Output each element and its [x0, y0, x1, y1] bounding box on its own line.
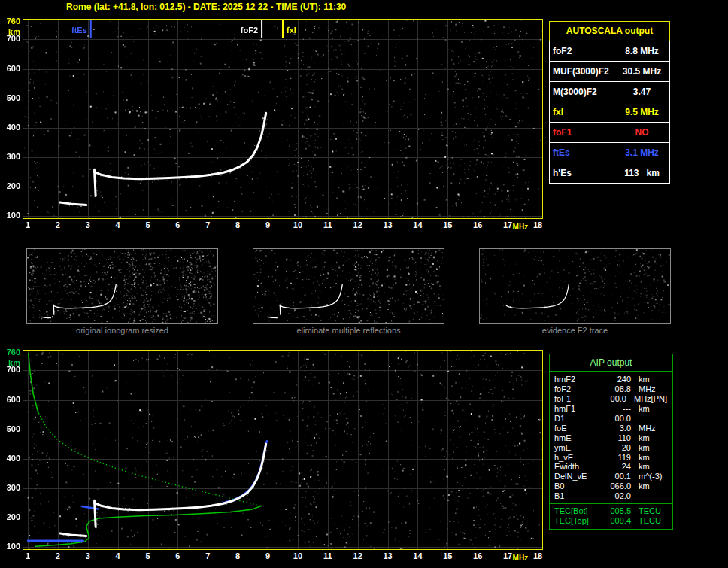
aip-row-note: [PN]	[651, 394, 669, 403]
aip-row-label: foF2	[554, 384, 599, 393]
aip-output-panel: AIP output hmF2240kmfoF208.8MHzfoF100.0M…	[549, 354, 673, 530]
x-axis-tick: 2	[47, 551, 68, 561]
aip-rows: hmF2240kmfoF208.8MHzfoF100.0MHz[PN]hmF1-…	[550, 372, 672, 529]
thumbnail-canvas-original	[27, 249, 217, 323]
aip-row-tec[bot]: TEC[Bot]005.5TECU	[554, 506, 669, 516]
fof2-marker-label: foF2	[241, 26, 258, 35]
x-axis-tick: 3	[77, 220, 99, 230]
x-axis-tick: 11	[317, 551, 338, 561]
x-axis-tick: 7	[197, 551, 218, 561]
aip-row-unit: TECU	[639, 506, 661, 515]
y-axis-tick: 300	[1, 483, 20, 493]
x-axis-tick: 6	[167, 551, 188, 561]
autoscala-row-label: MUF(3000)F2	[550, 62, 614, 81]
aip-row-value: ---	[599, 404, 631, 413]
aip-separator	[550, 503, 672, 504]
y-axis-tick: 760	[1, 348, 20, 357]
autoscala-row-value: 8.8 MHz	[614, 41, 669, 61]
x-axis-tick: 10	[287, 220, 308, 230]
aip-row-label: ymE	[554, 443, 599, 452]
autoscala-row-ftes: ftEs3.1 MHz	[549, 143, 670, 163]
thumbnail-original	[26, 248, 218, 324]
autoscala-row-muf(3000)f2: MUF(3000)F230.5 MHz	[549, 62, 670, 82]
autoscala-row-value: 113 km	[614, 163, 669, 183]
aip-row-label: B0	[554, 481, 599, 491]
autoscala-screen: Rome (lat: +41.8, lon: 012.5) - DATE: 20…	[0, 0, 728, 568]
x-axis-tick: 5	[138, 220, 159, 230]
x-axis-tick: 1	[17, 220, 38, 230]
autoscala-row-label: foF1	[550, 123, 614, 142]
fxi-marker-label: fxI	[287, 26, 296, 35]
x-axis-tick: 12	[347, 220, 369, 230]
x-axis-tick: 8	[227, 551, 248, 561]
aip-row-hme: hmE110km	[554, 433, 669, 442]
x-axis-tick: 14	[407, 220, 428, 230]
x-axis-tick: 14	[407, 551, 428, 561]
autoscala-row-m(3000)f2: M(3000)F23.47	[549, 82, 670, 102]
aip-row-unit: km	[639, 462, 650, 471]
thumbnail-caption-original: original ionogram resized	[26, 326, 218, 335]
aip-row-unit: km	[639, 443, 650, 452]
x-axis-tick: 16	[467, 220, 488, 230]
x-axis-tick: 9	[257, 220, 278, 230]
aip-row-hmf1: hmF1---km	[554, 404, 669, 414]
autoscala-row-label: h'Es	[550, 163, 614, 183]
x-axis-tick: 13	[378, 220, 399, 230]
aip-row-b0: B0066.0km	[554, 481, 669, 491]
autoscala-row-fxi: fxI9.5 MHz	[549, 102, 670, 123]
aip-panel-title: AIP output	[550, 354, 672, 372]
aip-row-label: D1	[554, 414, 599, 423]
x-axis-tick: 15	[437, 220, 458, 230]
ftes-marker-label: ftEs	[71, 26, 87, 35]
aip-row-value: 20	[599, 443, 631, 452]
y-axis-tick: 500	[1, 424, 20, 434]
aip-row-unit: km	[639, 433, 650, 442]
autoscala-row-value: 3.1 MHz	[614, 143, 669, 163]
x-axis-tick: 9	[257, 551, 278, 561]
autoscala-row-value: NO	[614, 123, 669, 142]
thumbnail-caption-f2trace: evidence F2 trace	[479, 326, 671, 335]
aip-row-label: hmF1	[554, 404, 599, 413]
aip-row-label: TEC[Bot]	[554, 506, 599, 515]
y-axis-tick: 400	[1, 454, 20, 463]
ionogram-plot-bottom	[23, 350, 543, 550]
autoscala-row-value: 30.5 MHz	[614, 62, 669, 81]
page-title: Rome (lat: +41.8, lon: 012.5) - DATE: 20…	[66, 2, 346, 12]
thumbnail-caption-filtered: eliminate multiple reflections	[253, 326, 444, 335]
y-axis-tick: 300	[1, 152, 20, 162]
autoscala-row-label: fxI	[550, 102, 614, 122]
x-axis-tick: 11	[317, 220, 338, 230]
autoscala-row-label: M(3000)F2	[550, 82, 614, 102]
autoscala-row-label: foF2	[550, 41, 614, 61]
aip-row-value: 08.8	[599, 384, 631, 393]
ionogram-plot-top: ftEsfoF2fxI	[23, 19, 543, 219]
x-axis-tick: 8	[227, 220, 248, 230]
x-axis-tick: 15	[437, 551, 458, 561]
aip-row-deln_ve: DelN_vE00.1m^(-3)	[554, 472, 669, 481]
aip-row-value: 110	[599, 433, 631, 442]
autoscala-row-fof2: foF28.8 MHz	[549, 41, 670, 62]
y-axis-tick: 100	[1, 211, 20, 220]
aip-row-value: 3.0	[599, 424, 631, 433]
aip-row-value: 00.1	[599, 472, 631, 481]
y-axis-tick: 100	[1, 542, 20, 551]
aip-row-value: 00.0	[596, 394, 626, 403]
x-axis-tick: 13	[378, 551, 399, 561]
y-axis-unit: km	[1, 27, 20, 37]
ionogram-canvas-bottom	[23, 351, 542, 549]
y-axis-tick: 500	[1, 93, 20, 103]
x-axis-unit: MHz	[507, 553, 534, 563]
x-axis-tick: 3	[77, 551, 99, 561]
thumbnail-canvas-filtered	[253, 249, 444, 323]
aip-row-label: hmF2	[554, 375, 599, 384]
autoscala-row-fof1: foF1NO	[549, 123, 670, 143]
x-axis-tick: 16	[467, 551, 488, 561]
aip-row-value: 240	[599, 375, 631, 384]
x-axis-tick: 4	[108, 551, 129, 561]
aip-row-value: 02.0	[599, 491, 631, 500]
y-axis-tick: 200	[1, 181, 20, 191]
aip-row-label: TEC[Top]	[554, 516, 599, 525]
aip-row-unit: MHz	[634, 394, 651, 403]
aip-row-value: 005.5	[599, 506, 631, 515]
y-axis-unit: km	[1, 358, 20, 368]
